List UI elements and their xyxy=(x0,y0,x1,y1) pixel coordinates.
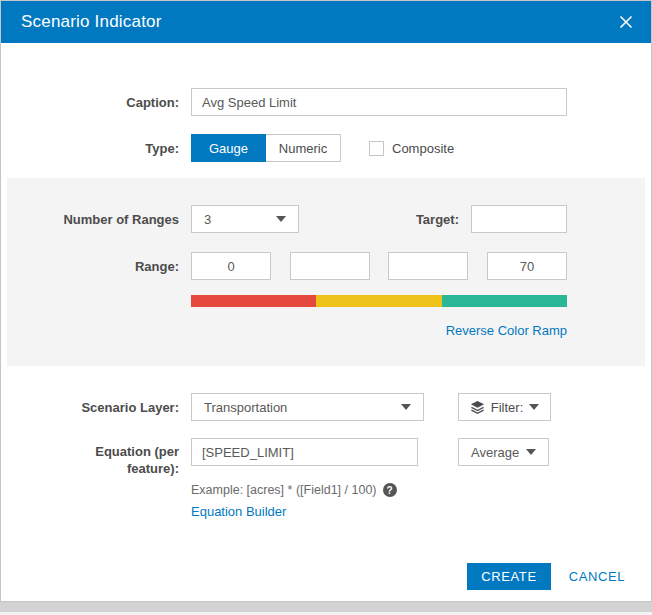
equation-row: Equation (per feature): Average xyxy=(1,438,651,477)
equation-label: Equation (per feature): xyxy=(19,438,179,477)
chevron-down-icon xyxy=(526,449,536,455)
target-input[interactable] xyxy=(471,205,567,233)
equation-input[interactable] xyxy=(191,438,418,466)
scenario-layer-row: Scenario Layer: Transportation Filter: xyxy=(1,393,651,421)
ranges-panel: Number of Ranges 3 Target: Range: xyxy=(7,178,645,366)
range-input-1[interactable] xyxy=(191,252,271,280)
range-row: Range: xyxy=(19,252,645,280)
equation-builder-link[interactable]: Equation Builder xyxy=(191,504,286,519)
caption-row: Caption: xyxy=(1,88,651,116)
type-label: Type: xyxy=(19,140,179,157)
number-of-ranges-value: 3 xyxy=(204,212,211,227)
composite-checkbox[interactable] xyxy=(369,141,384,156)
equation-example-text: Example: [acres] * ([Field1] / 100) xyxy=(191,483,377,497)
ramp-segment-yellow xyxy=(316,295,441,307)
target-label: Target: xyxy=(416,211,459,228)
scenario-indicator-dialog: Scenario Indicator Caption: Type: Gauge … xyxy=(0,0,652,602)
type-gauge-button[interactable]: Gauge xyxy=(191,134,266,162)
ramp-segment-red xyxy=(191,295,316,307)
number-of-ranges-label: Number of Ranges xyxy=(19,211,179,228)
layers-icon xyxy=(470,400,485,415)
number-of-ranges-row: Number of Ranges 3 Target: xyxy=(19,205,645,233)
type-segmented-control: Gauge Numeric xyxy=(191,134,341,162)
help-icon[interactable]: ? xyxy=(383,483,397,497)
scenario-layer-dropdown[interactable]: Transportation xyxy=(191,393,424,421)
chevron-down-icon xyxy=(529,404,539,410)
ramp-segment-green xyxy=(442,295,567,307)
scenario-layer-value: Transportation xyxy=(204,400,287,415)
composite-label: Composite xyxy=(392,141,454,156)
aggregation-dropdown[interactable]: Average xyxy=(458,438,549,466)
range-input-3[interactable] xyxy=(388,252,468,280)
dialog-footer: CREATE CANCEL xyxy=(467,563,625,590)
number-of-ranges-dropdown[interactable]: 3 xyxy=(191,205,299,233)
reverse-color-ramp-link[interactable]: Reverse Color Ramp xyxy=(446,323,567,338)
caption-input[interactable] xyxy=(191,88,567,116)
composite-option: Composite xyxy=(369,141,454,156)
range-input-4[interactable] xyxy=(487,252,567,280)
dialog-header: Scenario Indicator xyxy=(1,1,651,43)
type-row: Type: Gauge Numeric Composite xyxy=(1,134,651,162)
color-ramp xyxy=(191,295,567,307)
filter-label: Filter: xyxy=(491,400,524,415)
dialog-title: Scenario Indicator xyxy=(21,12,617,32)
chevron-down-icon xyxy=(401,404,411,410)
filter-button[interactable]: Filter: xyxy=(458,393,551,421)
equation-example: Example: [acres] * ([Field1] / 100) ? xyxy=(191,483,651,497)
type-numeric-button[interactable]: Numeric xyxy=(266,134,341,162)
scenario-layer-label: Scenario Layer: xyxy=(19,399,179,416)
caption-label: Caption: xyxy=(19,94,179,111)
chevron-down-icon xyxy=(276,216,286,222)
close-icon[interactable] xyxy=(617,13,635,31)
range-label: Range: xyxy=(19,258,179,275)
cancel-button[interactable]: CANCEL xyxy=(569,569,625,584)
aggregation-value: Average xyxy=(471,445,519,460)
create-button[interactable]: CREATE xyxy=(467,563,550,590)
range-input-2[interactable] xyxy=(290,252,370,280)
page-background-strip xyxy=(0,602,652,612)
